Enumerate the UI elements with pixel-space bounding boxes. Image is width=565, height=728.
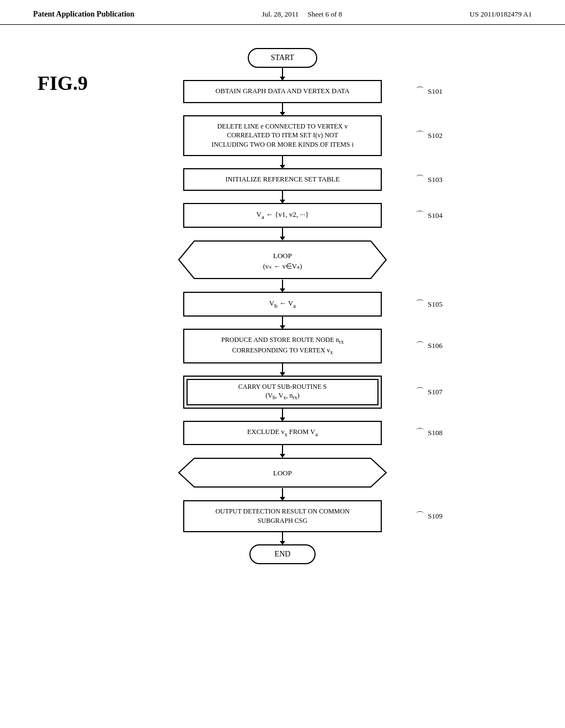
s105-node-wrapper: Vb ← Va ⌒ S105 [183,292,382,317]
s103-node: INITIALIZE REFERENCE SET TABLE [183,168,382,191]
s101-row: OBTAIN GRAPH DATA AND VERTEX DATA ⌒ S101 [34,80,531,103]
s109-row: OUTPUT DETECTION RESULT ON COMMON SUBGRA… [34,500,531,532]
s109-node: OUTPUT DETECTION RESULT ON COMMON SUBGRA… [183,500,382,532]
svg-text:LOOP: LOOP [273,251,292,260]
page-header: Patent Application Publication Jul. 28, … [0,0,565,25]
loop2-node: LOOP [178,457,387,488]
s107-node: CARRY OUT SUB-ROUTINE S (Vb, Vx, nrx) [183,376,382,409]
diagram-wrapper: START OBTAIN GRAPH DATA AND VERTEX DATA … [34,36,531,581]
s102-node-wrapper: DELETE LINE e CONNECTED TO VERTEX v CORR… [183,115,382,156]
s103-row: INITIALIZE REFERENCE SET TABLE ⌒ S103 [34,168,531,191]
s106-node: PRODUCE AND STORE ROUTE NODE nrx CORRESP… [183,329,382,363]
s105-node: Vb ← Va [183,292,382,317]
svg-text:LOOP: LOOP [273,469,292,477]
header-date-sheet: Jul. 28, 2011 Sheet 6 of 8 [262,10,342,19]
s103-node-wrapper: INITIALIZE REFERENCE SET TABLE ⌒ S103 [183,168,382,191]
s101-node: OBTAIN GRAPH DATA AND VERTEX DATA [183,80,382,103]
s107-node-wrapper: CARRY OUT SUB-ROUTINE S (Vb, Vx, nrx) ⌒ … [183,376,382,409]
s108-node: EXCLUDE vx FROM Va [183,421,382,445]
start-node-row: START [34,48,531,68]
s109-node-wrapper: OUTPUT DETECTION RESULT ON COMMON SUBGRA… [183,500,382,532]
loop2-row: LOOP [34,457,531,488]
s106-node-wrapper: PRODUCE AND STORE ROUTE NODE nrx CORRESP… [183,329,382,363]
end-node: END [249,544,316,564]
s108-row: EXCLUDE vx FROM Va ⌒ S108 [34,421,531,445]
s109-label: ⌒ S109 [415,510,443,522]
header-date: Jul. 28, 2011 [262,10,299,18]
s104-row: Va ← {v1, v2, ···} ⌒ S104 [34,203,531,228]
header-sheet: Sheet 6 of 8 [308,10,342,18]
s108-node-wrapper: EXCLUDE vx FROM Va ⌒ S108 [183,421,382,445]
loop1-node: LOOP (vₓ ← v∈Vₐ) [178,240,387,280]
s105-row: Vb ← Va ⌒ S105 [34,292,531,317]
s101-node-wrapper: OBTAIN GRAPH DATA AND VERTEX DATA ⌒ S101 [183,80,382,103]
s107-row: CARRY OUT SUB-ROUTINE S (Vb, Vx, nrx) ⌒ … [34,376,531,409]
start-node: START [248,48,317,68]
s102-label: ⌒ S102 [415,130,443,141]
s104-label: ⌒ S104 [415,210,443,221]
svg-text:(vₓ ← v∈Vₐ): (vₓ ← v∈Vₐ) [263,263,302,270]
end-node-row: END [34,544,531,564]
loop1-row: LOOP (vₓ ← v∈Vₐ) [34,240,531,280]
s105-label: ⌒ S105 [415,298,443,310]
s103-label: ⌒ S103 [415,174,443,185]
s102-row: DELETE LINE e CONNECTED TO VERTEX v CORR… [34,115,531,156]
s104-node-wrapper: Va ← {v1, v2, ···} ⌒ S104 [183,203,382,228]
s104-node: Va ← {v1, v2, ···} [183,203,382,228]
s102-node: DELETE LINE e CONNECTED TO VERTEX v CORR… [183,115,382,156]
s108-label: ⌒ S108 [415,427,443,438]
s107-label: ⌒ S107 [415,386,443,398]
flowchart-area: START OBTAIN GRAPH DATA AND VERTEX DATA … [0,25,565,581]
header-publication: Patent Application Publication [33,10,135,19]
s106-row: PRODUCE AND STORE ROUTE NODE nrx CORRESP… [34,329,531,363]
header-patent-number: US 2011/0182479 A1 [470,10,532,19]
svg-marker-0 [179,241,386,279]
s106-label: ⌒ S106 [415,340,443,352]
s101-label: ⌒ S101 [415,85,443,97]
